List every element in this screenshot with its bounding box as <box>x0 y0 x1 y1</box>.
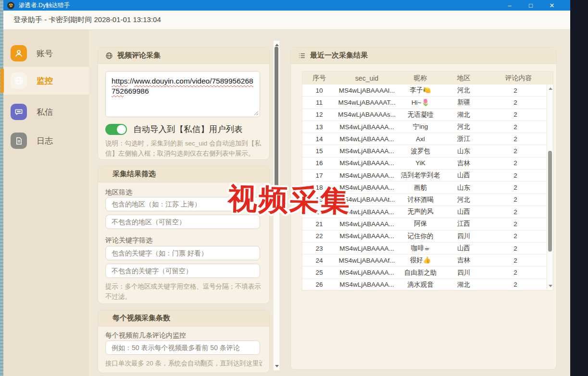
table-cell: 11 <box>302 97 336 108</box>
sidebar-item-account[interactable]: 账号 <box>3 39 89 67</box>
table-cell: 2 <box>484 182 547 193</box>
table-cell: 滴水观音 <box>398 279 443 290</box>
table-cell: 新疆 <box>443 97 484 108</box>
table-cell: MS4wLjABAAAA... <box>336 230 398 242</box>
table-cell: MS4wLjABAAAA... <box>336 279 398 290</box>
minimize-button[interactable]: – <box>499 0 520 11</box>
table-cell: MS4wLjABAAAAf... <box>336 255 398 266</box>
table-cell: 2 <box>484 145 547 157</box>
table-cell: 2 <box>484 255 547 266</box>
table-cell: MS4wLjABAAAA... <box>336 145 398 157</box>
collect-panel: 视频评论采集 https://www.douyin.com/video/7589… <box>98 47 270 160</box>
video-url-textarea[interactable]: https://www.douyin.com/video/75899562687… <box>105 71 260 117</box>
sidebar-item-label: 监控 <box>37 75 53 86</box>
per-video-panel-header: 每个视频采集条数 <box>98 310 269 327</box>
column-header: sec_uid <box>336 72 398 85</box>
table-row[interactable]: 25MS4wLjABAAAA...自由新之助四川2 <box>302 267 547 279</box>
table-cell: 湖北 <box>443 279 484 290</box>
table-cell: YiK <box>398 158 443 169</box>
table-cell: 无声的风 <box>398 206 443 218</box>
table-cell: 四川 <box>443 230 484 242</box>
table-cell: 记住你的 <box>398 230 443 242</box>
title-bar: ☢ 渗透者.Dy触达猎手 – □ ✕ <box>3 0 570 11</box>
url-part: :// <box>128 77 134 85</box>
table-cell: 画舫 <box>398 182 443 193</box>
table-row[interactable]: 16MS4wLjABAAAA...YiK吉林2 <box>302 158 547 170</box>
textarea-resize-handle[interactable] <box>254 111 258 115</box>
table-row[interactable]: 24MS4wLjABAAAAf...很好👍吉林2 <box>302 255 547 267</box>
column-header: 地区 <box>443 72 484 85</box>
table-cell: MS4wLjABAAAA... <box>336 121 398 133</box>
desktop-edge-left <box>0 0 3 376</box>
keyword-include-input[interactable] <box>105 246 260 260</box>
table-row[interactable]: 22MS4wLjABAAAA...记住你的四川2 <box>302 230 547 243</box>
column-header: 评论内容 <box>484 72 553 85</box>
table-row[interactable]: 17MS4wLjABAAAA...活到老学到老山西2 <box>302 170 547 182</box>
table-cell: 湖北 <box>443 109 484 121</box>
maximize-button[interactable]: □ <box>520 0 541 11</box>
sidebar-item-monitor[interactable]: 监控 <box>3 67 89 95</box>
table-cell: 宁ing <box>398 121 443 133</box>
table-cell: 2 <box>484 206 547 218</box>
keyword-exclude-input[interactable] <box>105 264 260 278</box>
sidebar-item-messages[interactable]: 私信 <box>3 98 89 126</box>
table-cell: 2 <box>484 121 547 133</box>
table-cell: 23 <box>302 243 336 254</box>
table-cell: 山东 <box>443 182 484 193</box>
user-icon <box>11 45 27 61</box>
scroll-down-icon[interactable] <box>275 365 279 367</box>
table-cell: 15 <box>302 145 336 157</box>
table-row[interactable]: 23MS4wLjABAAAA...咖啡☕山西2 <box>302 243 547 255</box>
table-row[interactable]: 12MS4wLjABAAAAs...无语凝噎湖北2 <box>302 109 547 121</box>
table-cell: 浙江 <box>443 133 484 145</box>
scroll-up-icon[interactable] <box>275 44 279 46</box>
table-cell: 2 <box>484 97 547 108</box>
close-button[interactable]: ✕ <box>541 0 563 11</box>
table-cell: 2 <box>484 133 547 145</box>
table-cell: 自由新之助 <box>398 267 443 278</box>
table-cell: 2 <box>484 85 547 96</box>
results-panel-title: 最近一次采集结果 <box>310 51 368 60</box>
results-table: 序号sec_uid昵称地区评论内容 10MS4wLjABAAAAl...李子🍋河… <box>302 71 553 291</box>
table-cell: 2 <box>484 230 547 242</box>
table-row[interactable]: 10MS4wLjABAAAAl...李子🍋河北2 <box>302 85 547 97</box>
table-row[interactable]: 11MS4wLjABAAAAT...Hi~🌷新疆2 <box>302 97 547 109</box>
table-cell: 李子🍋 <box>398 85 443 96</box>
table-row[interactable]: 15MS4wLjABAAAA...波罗包山东2 <box>302 145 547 157</box>
collect-panel-title: 视频评论采集 <box>117 51 161 60</box>
table-cell: 22 <box>302 230 336 242</box>
auto-import-note: 说明：勾选时，采集到的新 sec_uid 会自动追加到【私信】左侧输入框；取消勾… <box>105 139 262 159</box>
table-cell: MS4wLjABAAAA... <box>336 170 398 181</box>
table-cell: 吉林 <box>443 255 484 266</box>
globe-icon <box>11 73 27 89</box>
table-row[interactable]: 13MS4wLjABAAAA...宁ing河北2 <box>302 121 547 133</box>
table-cell: 14 <box>302 133 336 145</box>
table-cell: 山西 <box>443 170 484 181</box>
per-video-label: 每个视频前几条评论内监控 <box>105 331 186 340</box>
table-cell: 讨杯酒喝 <box>398 194 443 206</box>
table-row[interactable]: 26MS4wLjABAAAA...滴水观音湖北2 <box>302 279 547 290</box>
table-row[interactable]: 14MS4wLjABAAAA...Axl浙江2 <box>302 133 547 145</box>
table-scrollbar-thumb[interactable] <box>548 151 552 252</box>
table-cell: 江西 <box>443 218 484 230</box>
scrollbar-thumb[interactable] <box>275 47 278 189</box>
app-title: 渗透者.Dy触达猎手 <box>19 1 70 10</box>
filter-panel-title: 采集结果筛选 <box>113 170 156 179</box>
table-scrollbar[interactable] <box>547 85 553 290</box>
table-scroll-up-icon[interactable] <box>549 87 552 90</box>
table-cell: 波罗包 <box>398 145 443 157</box>
table-cell: 16 <box>302 158 336 169</box>
license-expiry-text: 登录助手 - 卡密到期时间 2028-01-01 13:13:04 <box>13 15 161 24</box>
table-cell: MS4wLjABAAAAT... <box>336 97 398 108</box>
auto-import-toggle[interactable] <box>105 124 127 135</box>
table-scroll-down-icon[interactable] <box>549 285 552 287</box>
sidebar-item-logs[interactable]: 日志 <box>3 127 89 155</box>
table-cell: 河北 <box>443 85 484 96</box>
table-cell: 咖啡☕ <box>398 243 443 254</box>
document-icon <box>11 133 27 149</box>
per-video-count-input[interactable] <box>105 340 260 355</box>
table-cell: 2 <box>484 279 547 290</box>
table-cell: MS4wLjABAAAA... <box>336 267 398 278</box>
table-cell: 12 <box>302 109 336 121</box>
app-icon: ☢ <box>7 2 14 9</box>
